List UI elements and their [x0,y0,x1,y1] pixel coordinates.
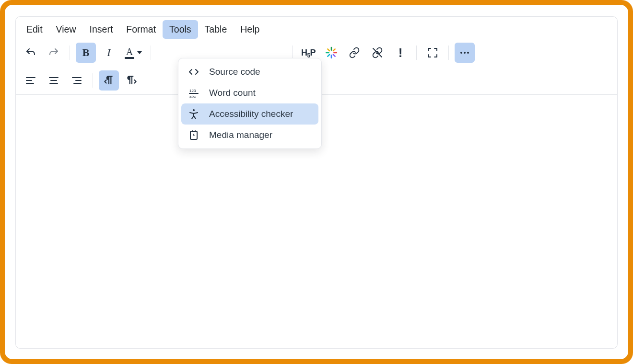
svg-point-11 [467,52,469,54]
rtl-direction-button[interactable] [99,70,119,91]
dd-accessibility-checker[interactable]: Accessibility checker [181,103,318,125]
italic-icon: I [107,46,110,59]
media-manager-icon [187,129,200,141]
word-count-icon: 123abc [187,87,200,99]
svg-text:123: 123 [189,89,196,93]
align-center-icon [48,75,59,86]
bold-button[interactable]: B [76,43,96,63]
more-button[interactable] [455,43,475,63]
svg-point-9 [460,52,462,54]
canvas: Edit View Insert Format Tools Table Help [5,5,628,359]
svg-point-10 [464,52,466,54]
align-center-button[interactable] [44,70,64,91]
tools-dropdown: Source code 123abc Word count Accessibil… [178,58,322,149]
unlink-icon [372,47,383,58]
svg-line-5 [328,55,329,57]
dd-label: Word count [209,88,256,98]
separator [416,46,417,60]
dd-label: Media manager [209,130,272,140]
separator [93,73,93,88]
redo-button[interactable] [44,43,64,63]
h5p-icon: H5P [301,48,316,58]
exclaim-icon: ! [399,46,403,60]
code-icon [187,66,200,78]
text-color-icon: A [125,47,134,59]
align-right-button[interactable] [67,70,87,91]
link-icon [349,47,360,58]
menu-tools[interactable]: Tools [163,20,198,39]
indent-ltr-icon [126,74,138,87]
bold-icon: B [82,46,90,59]
menu-help[interactable]: Help [234,20,266,39]
align-left-icon [25,75,36,86]
starburst-button[interactable] [321,43,341,63]
more-icon [459,47,470,58]
svg-point-24 [193,109,195,111]
fullscreen-button[interactable] [422,43,443,63]
menu-edit[interactable]: Edit [20,20,49,39]
exclaim-button[interactable]: ! [390,43,410,63]
italic-button[interactable]: I [99,43,119,63]
text-color-button[interactable]: A [122,43,145,63]
svg-line-1 [333,49,335,51]
outdent-rtl-icon [103,74,115,87]
separator [151,46,151,60]
separator [70,46,70,60]
editor: Edit View Insert Format Tools Table Help [15,16,618,349]
menu-insert[interactable]: Insert [83,20,120,39]
ltr-direction-button[interactable] [122,70,142,91]
svg-line-7 [328,49,329,51]
fullscreen-icon [427,47,438,58]
align-left-button[interactable] [21,70,41,91]
separator [448,46,449,60]
menu-table[interactable]: Table [198,20,234,39]
dd-word-count[interactable]: 123abc Word count [181,82,318,103]
dd-media-manager[interactable]: Media manager [181,125,318,146]
undo-button[interactable] [21,43,41,63]
dd-label: Accessibility checker [209,109,293,119]
menu-format[interactable]: Format [119,20,163,39]
unlink-button[interactable] [367,43,387,63]
chevron-down-icon [137,51,142,54]
frame: Edit View Insert Format Tools Table Help [0,0,633,364]
redo-icon [48,47,59,58]
accessibility-icon [187,108,200,120]
link-button[interactable] [344,43,364,63]
dd-source-code[interactable]: Source code [181,61,318,82]
dd-label: Source code [209,67,260,77]
menu-view[interactable]: View [49,20,83,39]
undo-icon [25,47,36,58]
svg-line-3 [333,55,335,57]
svg-text:abc: abc [189,94,196,99]
align-right-icon [71,75,82,86]
menubar: Edit View Insert Format Tools Table Help [16,17,617,39]
starburst-icon [325,46,338,59]
